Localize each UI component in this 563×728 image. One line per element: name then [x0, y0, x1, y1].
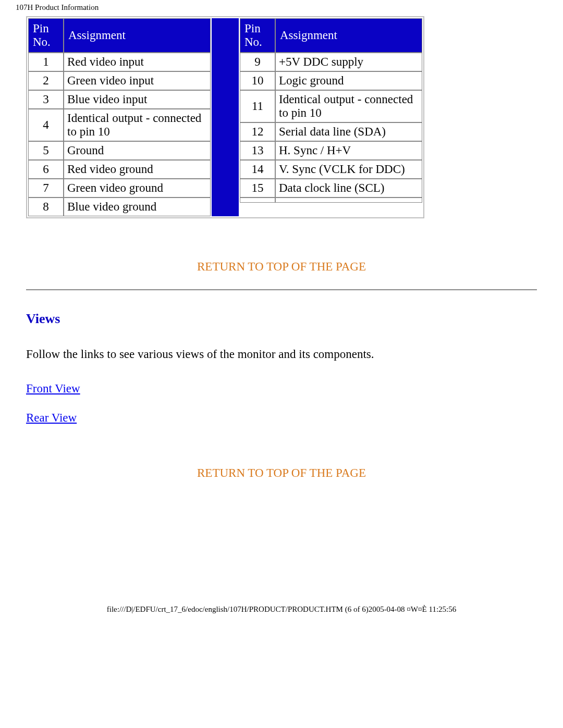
table-row	[240, 198, 422, 203]
table-row: 14V. Sync (VCLK for DDC)	[240, 160, 422, 179]
pin-cell: 7	[28, 179, 64, 198]
assign-cell: Logic ground	[275, 71, 422, 90]
table-row: 3Blue video input	[28, 90, 211, 109]
rear-view-link[interactable]: Rear View	[26, 411, 77, 424]
pin-cell: 3	[28, 90, 64, 109]
table-row: 8Blue video ground	[28, 198, 211, 216]
assign-cell	[275, 198, 422, 203]
pin-cell: 11	[240, 90, 275, 122]
pin-cell: 1	[28, 53, 64, 71]
pin-cell: 5	[28, 141, 64, 160]
table-row: 9+5V DDC supply	[240, 53, 422, 71]
table-row: 1Red video input	[28, 53, 211, 71]
assign-cell: Serial data line (SDA)	[275, 122, 422, 141]
pin-cell: 2	[28, 71, 64, 90]
pin-cell: 15	[240, 179, 275, 198]
pin-cell: 12	[240, 122, 275, 141]
table-row: 5Ground	[28, 141, 211, 160]
assign-cell: Green video input	[64, 71, 211, 90]
table-row: 10Logic ground	[240, 71, 422, 90]
pin-cell: 4	[28, 109, 64, 141]
assign-cell: Blue video ground	[64, 198, 211, 216]
pin-cell: 8	[28, 198, 64, 216]
pin-assignment-table: Pin No. Assignment 1Red video input2Gree…	[26, 16, 537, 218]
assign-cell: Identical output - connected to pin 10	[64, 109, 211, 141]
table-spacer	[212, 18, 239, 216]
views-heading: Views	[26, 311, 537, 327]
assign-cell: Data clock line (SCL)	[275, 179, 422, 198]
return-top-link-1: RETURN TO TOP OF THE PAGE	[26, 260, 537, 274]
table-row: 6Red video ground	[28, 160, 211, 179]
table-row: 13H. Sync / H+V	[240, 141, 422, 160]
assign-cell: Blue video input	[64, 90, 211, 109]
table-row: 11Identical output - connected to pin 10	[240, 90, 422, 122]
footer-path: file:///D|/EDFU/crt_17_6/edoc/english/10…	[0, 480, 563, 619]
header-pin-left: Pin No.	[28, 18, 64, 53]
table-row: 12Serial data line (SDA)	[240, 122, 422, 141]
assign-cell: Green video ground	[64, 179, 211, 198]
pin-cell: 10	[240, 71, 275, 90]
assign-cell: +5V DDC supply	[275, 53, 422, 71]
return-top-anchor-1[interactable]: RETURN TO TOP OF THE PAGE	[197, 260, 366, 273]
header-assign-right: Assignment	[275, 18, 422, 53]
divider	[26, 289, 537, 290]
assign-cell: Red video input	[64, 53, 211, 71]
pin-cell	[240, 198, 275, 203]
assign-cell: Identical output - connected to pin 10	[275, 90, 422, 122]
pin-cell: 9	[240, 53, 275, 71]
pin-cell: 6	[28, 160, 64, 179]
pin-cell: 13	[240, 141, 275, 160]
header-pin-right: Pin No.	[240, 18, 275, 53]
views-description: Follow the links to see various views of…	[26, 348, 537, 361]
return-top-link-2: RETURN TO TOP OF THE PAGE	[26, 466, 537, 480]
return-top-anchor-2[interactable]: RETURN TO TOP OF THE PAGE	[197, 466, 366, 479]
table-row: 7Green video ground	[28, 179, 211, 198]
assign-cell: Red video ground	[64, 160, 211, 179]
assign-cell: Ground	[64, 141, 211, 160]
table-row: 15Data clock line (SCL)	[240, 179, 422, 198]
front-view-link[interactable]: Front View	[26, 382, 80, 395]
table-row: 4Identical output - connected to pin 10	[28, 109, 211, 141]
table-row: 2Green video input	[28, 71, 211, 90]
assign-cell: V. Sync (VCLK for DDC)	[275, 160, 422, 179]
page-header: 107H Product Information	[0, 0, 563, 12]
assign-cell: H. Sync / H+V	[275, 141, 422, 160]
pin-cell: 14	[240, 160, 275, 179]
header-assign-left: Assignment	[64, 18, 211, 53]
